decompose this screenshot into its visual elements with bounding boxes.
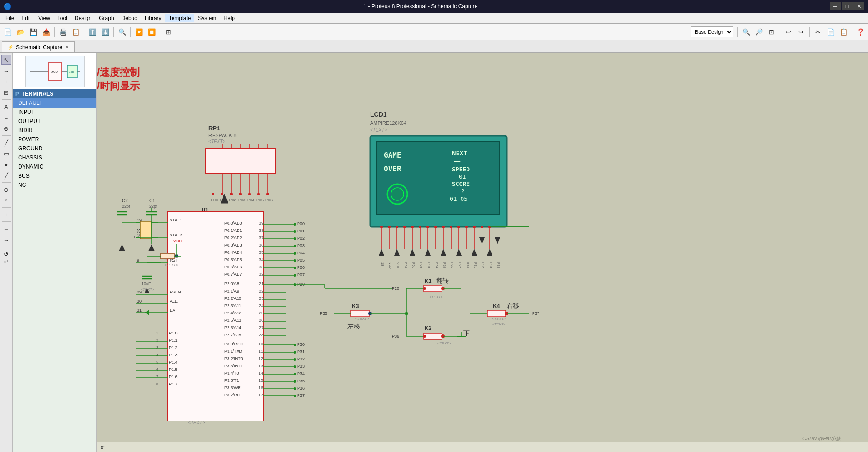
svg-point-38 bbox=[230, 193, 233, 195]
sidebar-item-nc[interactable]: NC bbox=[13, 180, 96, 190]
tb-stop[interactable]: ⏹️ bbox=[146, 26, 157, 38]
tool-line[interactable]: ╱ bbox=[1, 170, 11, 180]
tb-zoom-out[interactable]: 🔎 bbox=[753, 26, 765, 38]
svg-text:P3.2/INT0: P3.2/INT0 bbox=[224, 356, 243, 361]
svg-text:01: 01 bbox=[459, 173, 466, 180]
menu-edit[interactable]: Edit bbox=[18, 14, 35, 22]
tb-import[interactable]: ⬆️ bbox=[86, 26, 98, 38]
svg-text:P3.5/T1: P3.5/T1 bbox=[224, 378, 239, 383]
tb-search[interactable]: 🔍 bbox=[116, 26, 128, 38]
svg-text:<TEXT>: <TEXT> bbox=[355, 317, 369, 321]
tab-label: Schematic Capture bbox=[16, 44, 62, 51]
tb-help[interactable]: ❓ bbox=[854, 26, 866, 38]
tool-wire-label[interactable]: ⊞ bbox=[1, 87, 11, 98]
tb-save-as[interactable]: 📥 bbox=[40, 26, 52, 38]
svg-text:<TEXT>: <TEXT> bbox=[208, 139, 225, 144]
tb-redo[interactable]: ↪ bbox=[795, 26, 807, 38]
svg-rect-320 bbox=[424, 333, 442, 339]
svg-point-181 bbox=[294, 365, 296, 368]
menu-library[interactable]: Library bbox=[141, 14, 165, 22]
tool-move-left[interactable]: ← bbox=[1, 224, 11, 234]
sidebar-item-default[interactable]: DEFAULT bbox=[13, 98, 96, 108]
sidebar-item-ground[interactable]: GROUND bbox=[13, 144, 96, 153]
status-bar: 0° bbox=[97, 442, 868, 452]
svg-text:LCD: LCD bbox=[69, 71, 75, 73]
svg-text:P04: P04 bbox=[247, 198, 254, 202]
sidebar-item-power[interactable]: POWER bbox=[13, 135, 96, 144]
tool-probe[interactable]: ⌖ bbox=[1, 195, 11, 205]
svg-text:3: 3 bbox=[156, 345, 158, 350]
design-selector[interactable]: Base Design bbox=[691, 26, 733, 37]
tb-save[interactable]: 💾 bbox=[27, 26, 39, 38]
tb-print[interactable]: 🖨️ bbox=[57, 26, 69, 38]
maximize-button[interactable]: □ bbox=[842, 2, 853, 10]
tb-netlist[interactable]: ⊞ bbox=[162, 26, 174, 38]
tb-export[interactable]: ⬇️ bbox=[99, 26, 111, 38]
tb-copy[interactable]: 📄 bbox=[825, 26, 837, 38]
svg-text:VD0: VD0 bbox=[389, 262, 392, 269]
tb-new[interactable]: 📄 bbox=[2, 26, 14, 38]
tool-select[interactable]: ↖ bbox=[1, 55, 11, 65]
svg-text:C1: C1 bbox=[149, 198, 155, 203]
sidebar-item-bus[interactable]: BUS bbox=[13, 171, 96, 180]
sidebar-item-bidir[interactable]: BIDIR bbox=[13, 126, 96, 135]
tab-schematic[interactable]: ⚡ Schematic Capture ✕ bbox=[2, 41, 75, 52]
tool-rotate[interactable]: ↺ bbox=[1, 249, 11, 259]
svg-point-114 bbox=[294, 237, 296, 240]
sidebar-header-label: TERMINALS bbox=[21, 91, 53, 97]
tb-fit[interactable]: ⊡ bbox=[766, 26, 777, 38]
tb-undo[interactable]: ↩ bbox=[782, 26, 794, 38]
tb-print-prev[interactable]: 📋 bbox=[70, 26, 81, 38]
tb-zoom-in[interactable]: 🔍 bbox=[740, 26, 752, 38]
svg-text:K1: K1 bbox=[425, 278, 432, 284]
canvas-area[interactable]: /速度控制 /时间显示 RP1 RESPACK-8 <TEXT> bbox=[97, 53, 868, 452]
sidebar-item-output[interactable]: OUTPUT bbox=[13, 117, 96, 126]
tool-junction[interactable]: + bbox=[1, 77, 11, 87]
tool-circle[interactable]: ● bbox=[1, 159, 11, 170]
tool-add-pin[interactable]: + bbox=[1, 210, 11, 220]
tool-subc[interactable]: ⊕ bbox=[1, 123, 11, 134]
tool-bus[interactable]: ≡ bbox=[1, 113, 11, 123]
menu-debug[interactable]: Debug bbox=[118, 14, 141, 22]
tool-rect[interactable]: ▭ bbox=[1, 149, 11, 159]
close-button[interactable]: ✕ bbox=[853, 2, 864, 10]
svg-text:P2.4/A12: P2.4/A12 bbox=[224, 311, 241, 315]
svg-rect-201 bbox=[140, 221, 151, 239]
menu-tool[interactable]: Tool bbox=[54, 14, 71, 22]
svg-point-315 bbox=[423, 287, 426, 290]
status-angle: 0° bbox=[101, 445, 106, 450]
svg-text:22: 22 bbox=[259, 289, 264, 293]
menu-design[interactable]: Design bbox=[71, 14, 95, 22]
menu-view[interactable]: View bbox=[35, 14, 54, 22]
svg-point-279 bbox=[465, 226, 468, 228]
tool-move-right[interactable]: → bbox=[1, 235, 11, 245]
sidebar-item-input[interactable]: INPUT bbox=[13, 108, 96, 117]
menu-template[interactable]: Template bbox=[165, 14, 195, 22]
minimize-button[interactable]: ─ bbox=[830, 2, 841, 10]
tool-wire[interactable]: ╱ bbox=[1, 138, 11, 148]
tb-sep-6 bbox=[177, 27, 177, 37]
tab-close-button[interactable]: ✕ bbox=[65, 45, 69, 50]
menu-file[interactable]: File bbox=[2, 14, 18, 22]
svg-point-281 bbox=[481, 226, 483, 228]
tb-open[interactable]: 📂 bbox=[15, 26, 26, 38]
lp-sep-5 bbox=[2, 221, 11, 222]
menu-graph[interactable]: Graph bbox=[95, 14, 117, 22]
tool-marker[interactable]: ⊙ bbox=[1, 185, 11, 195]
svg-rect-332 bbox=[351, 310, 369, 317]
svg-text:XTAL2: XTAL2 bbox=[170, 233, 182, 237]
menu-system[interactable]: System bbox=[194, 14, 220, 22]
tb-paste[interactable]: 📋 bbox=[838, 26, 849, 38]
tool-component[interactable]: → bbox=[1, 66, 11, 76]
tb-run[interactable]: ▶️ bbox=[133, 26, 145, 38]
svg-text:P01: P01 bbox=[297, 229, 305, 233]
svg-point-252 bbox=[391, 188, 404, 200]
svg-rect-220 bbox=[161, 253, 174, 259]
sidebar-item-dynamic[interactable]: DYNAMIC bbox=[13, 162, 96, 171]
tb-cut[interactable]: ✂ bbox=[812, 26, 824, 38]
menu-help[interactable]: Help bbox=[220, 14, 239, 22]
svg-text:13: 13 bbox=[259, 364, 263, 368]
tool-text[interactable]: A bbox=[1, 102, 11, 112]
sidebar-item-chassis[interactable]: CHASSIS bbox=[13, 153, 96, 162]
svg-text:CSDN @Hai小妹: CSDN @Hai小妹 bbox=[802, 436, 841, 441]
